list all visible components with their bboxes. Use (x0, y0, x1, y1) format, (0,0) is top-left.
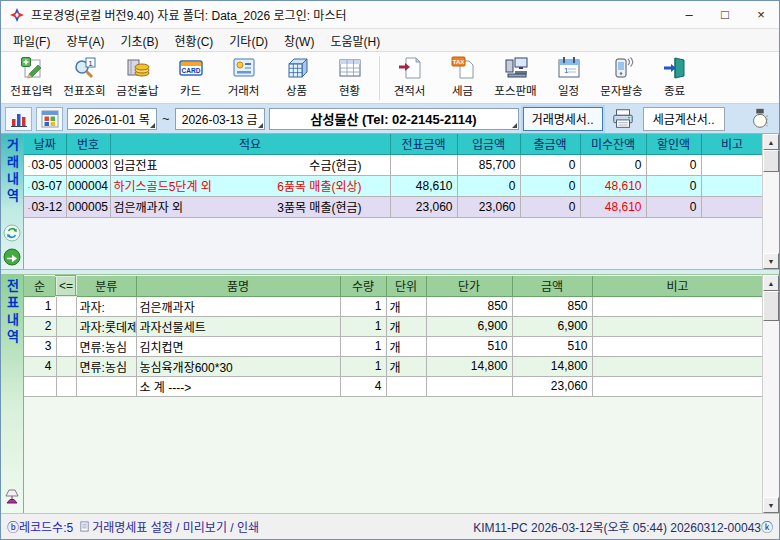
toolbar-cash-book[interactable]: 금전출납 (111, 54, 164, 98)
menu-file[interactable]: 파일(F) (5, 30, 58, 51)
cell-seq[interactable]: 4 (24, 356, 56, 376)
cell-seq[interactable]: 2 (24, 316, 56, 336)
cell-note[interactable] (592, 316, 762, 336)
cell-desc[interactable]: 입금전표수금(현금) (110, 154, 390, 175)
statement-settings-link[interactable]: 거래명세표 설정 / 미리보기 / 인쇄 (79, 518, 259, 535)
cell-amount[interactable]: 510 (512, 336, 592, 356)
scroll-track[interactable] (763, 321, 779, 497)
cell-receivable[interactable]: 0 (580, 154, 646, 175)
voucher-items-scrollbar[interactable]: ▲ ▼ (762, 275, 779, 513)
statement-button[interactable]: 거래명세서.. (523, 107, 603, 131)
desk-lamp-icon[interactable] (2, 486, 22, 506)
cell-note[interactable] (701, 175, 762, 196)
print-button[interactable] (607, 106, 639, 132)
cell-unit[interactable]: 개 (386, 316, 426, 336)
toolbar-status[interactable]: 현황 (323, 54, 376, 98)
cell-no[interactable]: 000003 (66, 154, 110, 175)
menu-basic[interactable]: 기초(B) (112, 30, 166, 51)
cell-category[interactable]: 과자:롯데제과 (76, 316, 136, 336)
toolbar-voucher-search[interactable]: 1 전표조회 (58, 54, 111, 98)
cell-date[interactable]: ·03-12 (24, 196, 66, 217)
scroll-down-icon[interactable]: ▼ (763, 497, 779, 513)
item-row[interactable]: 4 면류:농심 농심육개장600*30 1 개 14,800 14,800 (24, 356, 762, 376)
cell-seq[interactable]: 3 (24, 336, 56, 356)
refresh-icon[interactable] (3, 224, 21, 242)
scroll-down-icon[interactable]: ▼ (763, 253, 779, 269)
transaction-row[interactable]: ·03-05 000003 입금전표수금(현금) 85,700 0 0 0 (24, 154, 762, 175)
cell-deposit[interactable]: 0 (457, 175, 520, 196)
cell-insert[interactable] (56, 316, 76, 336)
cell-name[interactable]: 김치컵면 (136, 336, 340, 356)
cell-date[interactable]: ·03-07 (24, 175, 66, 196)
toolbar-sms[interactable]: 문자발송 (595, 54, 648, 98)
item-row[interactable]: 3 면류:농심 김치컵면 1 개 510 510 (24, 336, 762, 356)
cell-note[interactable] (701, 154, 762, 175)
cell-price[interactable]: 14,800 (426, 356, 512, 376)
cell-unit[interactable]: 개 (386, 356, 426, 376)
transactions-scrollbar[interactable]: ▲ ▼ (762, 134, 779, 269)
date-to-field[interactable]: 2026-03-13 금 (175, 108, 265, 130)
cell-qty[interactable]: 1 (340, 316, 386, 336)
scroll-track[interactable] (763, 172, 779, 253)
window-view-button[interactable] (36, 107, 63, 131)
menu-ledger[interactable]: 장부(A) (58, 30, 112, 51)
cell-amount[interactable]: 850 (512, 296, 592, 316)
menu-window[interactable]: 창(W) (276, 30, 322, 51)
cell-deposit[interactable]: 85,700 (457, 154, 520, 175)
menu-help[interactable]: 도움말(H) (322, 30, 388, 51)
cell-category[interactable]: 면류:농심 (76, 356, 136, 376)
cell-qty[interactable]: 1 (340, 296, 386, 316)
chart-view-button[interactable] (5, 107, 32, 131)
company-combo[interactable]: 삼성물산 (Tel: 02-2145-2114) (269, 108, 519, 130)
toolbar-tax[interactable]: TAX 세금 (436, 54, 489, 98)
cell-price[interactable]: 850 (426, 296, 512, 316)
scroll-thumb[interactable] (763, 150, 779, 172)
cell-qty[interactable]: 1 (340, 336, 386, 356)
cell-desc[interactable]: 검은깨과자 외3품목 매출(현금) (110, 196, 390, 217)
cell-insert[interactable] (56, 356, 76, 376)
cell-amount[interactable]: 6,900 (512, 316, 592, 336)
date-from-field[interactable]: 2026-01-01 목 (67, 108, 157, 130)
cell-seq[interactable]: 1 (24, 296, 56, 316)
cell-withdraw[interactable]: 0 (520, 154, 580, 175)
cell-receivable[interactable]: 48,610 (580, 175, 646, 196)
cell-note[interactable] (592, 336, 762, 356)
col-header-insert-button[interactable]: <= (56, 276, 76, 296)
cell-price[interactable]: 510 (426, 336, 512, 356)
toolbar-product[interactable]: 상품 (270, 54, 323, 98)
close-button[interactable]: × (743, 1, 779, 28)
cell-date[interactable]: ·03-05 (24, 154, 66, 175)
cell-note[interactable] (701, 196, 762, 217)
tax-invoice-button[interactable]: 세금계산서.. (643, 107, 725, 131)
item-row[interactable]: 1 과자: 검은깨과자 1 개 850 850 (24, 296, 762, 316)
cell-unit[interactable]: 개 (386, 336, 426, 356)
transaction-row[interactable]: ·03-07 000004 하기스골드5단계 외6품목 매출(외상) 48,61… (24, 175, 762, 196)
cell-name[interactable]: 과자선물세트 (136, 316, 340, 336)
minimize-button[interactable]: – (671, 1, 707, 28)
toolbar-pos[interactable]: 포스판매 (489, 54, 542, 98)
toolbar-quote[interactable]: 견적서 (383, 54, 436, 98)
cell-note[interactable] (592, 296, 762, 316)
item-row[interactable]: 2 과자:롯데제과 과자선물세트 1 개 6,900 6,900 (24, 316, 762, 336)
toolbar-voucher-input[interactable]: 전표입력 (5, 54, 58, 98)
cell-total[interactable]: 48,610 (390, 175, 457, 196)
cell-name[interactable]: 농심육개장600*30 (136, 356, 340, 376)
menu-etc[interactable]: 기타(D) (221, 30, 276, 51)
transaction-row[interactable]: ·03-12 000005 검은깨과자 외3품목 매출(현금) 23,060 2… (24, 196, 762, 217)
scroll-up-icon[interactable]: ▲ (763, 275, 779, 291)
cell-insert[interactable] (56, 296, 76, 316)
cell-desc[interactable]: 하기스골드5단계 외6품목 매출(외상) (110, 175, 390, 196)
cell-withdraw[interactable]: 0 (520, 196, 580, 217)
toolbar-card[interactable]: CARD 카드 (164, 54, 217, 98)
cell-no[interactable]: 000004 (66, 175, 110, 196)
tip-button[interactable] (745, 105, 775, 133)
maximize-button[interactable]: □ (707, 1, 743, 28)
cell-discount[interactable]: 0 (646, 154, 701, 175)
go-icon[interactable] (3, 248, 21, 266)
cell-total[interactable] (390, 154, 457, 175)
cell-insert[interactable] (56, 336, 76, 356)
cell-qty[interactable]: 1 (340, 356, 386, 376)
cell-discount[interactable]: 0 (646, 196, 701, 217)
toolbar-exit[interactable]: 종료 (648, 54, 701, 98)
scroll-thumb[interactable] (763, 291, 779, 321)
